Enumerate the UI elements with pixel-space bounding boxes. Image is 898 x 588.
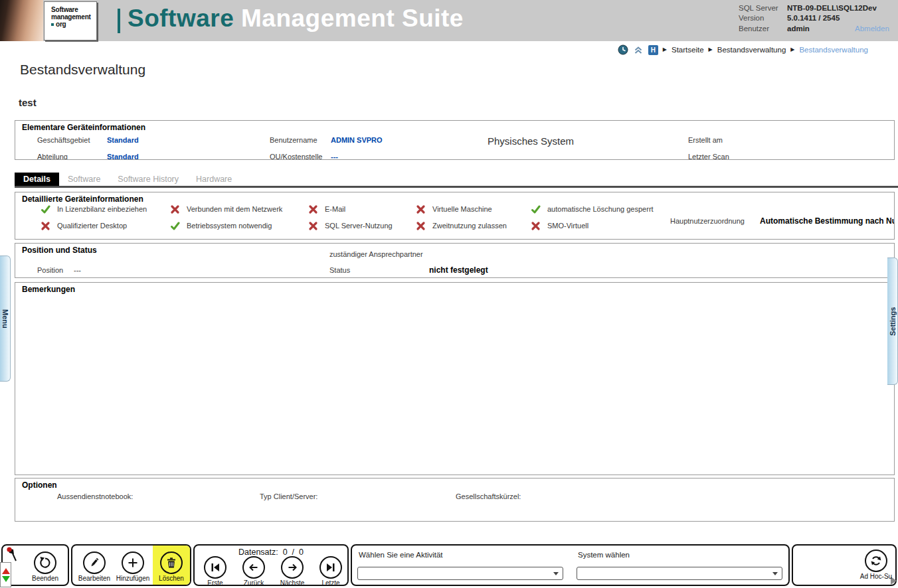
geschaeftsgebiet-label: Geschäftsgebiet <box>37 136 90 144</box>
cross-icon <box>41 221 50 231</box>
datensatz-current: 0 <box>283 548 288 557</box>
flag-sql-server-nutzung: SQL Server-Nutzung <box>308 220 393 231</box>
tab-software-history[interactable]: Software History <box>109 173 187 186</box>
version-label: Version <box>739 14 764 22</box>
flag-label: Betriebssystem notwendig <box>187 222 272 230</box>
abteilung-label: Abteilung <box>37 153 68 160</box>
aktivitaet-select[interactable] <box>357 567 563 580</box>
hauptnutzer-label: Hauptnutzerzuordnung <box>670 217 745 225</box>
breadcrumb-item-bestandsverwaltung[interactable]: Bestandsverwaltung <box>717 46 786 54</box>
ou-kostenstelle-value: --- <box>331 153 338 160</box>
flag-label: Zweitnutzung zulassen <box>432 222 507 230</box>
flag-email: E-Mail <box>308 204 345 214</box>
ou-kostenstelle-label: OU/Kostenstelle <box>270 153 322 160</box>
chevron-down-icon <box>772 572 778 575</box>
menu-side-tab[interactable]: Menu <box>0 256 11 382</box>
panel-detaillierte-geraeteinformationen: Detaillierte Geräteinformationen In Lize… <box>15 192 895 240</box>
refresh-icon <box>865 550 887 572</box>
tab-strip: Details Software Software History Hardwa… <box>15 171 240 186</box>
tab-software[interactable]: Software <box>59 173 109 186</box>
breadcrumb-item-current[interactable]: Bestandsverwaltung <box>799 46 868 54</box>
letzter-scan-label: Letzter Scan <box>688 153 729 160</box>
chevron-down-icon <box>553 572 559 575</box>
benutzername-value[interactable]: ADMIN SVPRO <box>331 136 383 144</box>
help-icon[interactable]: H <box>648 45 658 55</box>
panel-position-und-status: Position und Status zuständiger Ansprech… <box>15 243 895 278</box>
system-type: Physisches System <box>488 135 574 147</box>
panel-optionen: Optionen Aussendienstnotebook: Typ Clien… <box>15 478 895 522</box>
header-photo <box>0 0 43 41</box>
sql-server-label: SQL Server <box>739 4 778 12</box>
beenden-button[interactable]: Beenden <box>26 551 64 582</box>
datensatz-counter: Datensatz: 0 / 0 <box>195 548 347 557</box>
erste-button[interactable]: Erste <box>196 556 234 586</box>
hinzufuegen-button[interactable]: Hinzufügen <box>114 551 152 582</box>
status-label: Status <box>329 266 350 274</box>
tab-details[interactable]: Details <box>15 173 59 186</box>
page-title: Bestandsverwaltung <box>20 62 145 78</box>
skip-first-icon <box>204 556 226 579</box>
gesellschaftskuerzel-label: Gesellschaftskürzel: <box>456 492 521 500</box>
flag-label: SMO-Virtuell <box>547 222 588 230</box>
arrow-down-icon <box>2 576 10 582</box>
flag-label: SQL Server-Nutzung <box>325 222 393 230</box>
logout-link[interactable]: Abmelden <box>855 25 889 33</box>
erstellt-am-label: Erstellt am <box>688 136 723 144</box>
panel-title: Bemerkungen <box>22 285 75 294</box>
flag-qualifizierter-desktop: Qualifizierter Desktop <box>41 220 127 231</box>
flag-betriebssystem: Betriebssystem notwendig <box>170 220 272 231</box>
cross-icon <box>531 221 541 231</box>
naechste-button[interactable]: Nächste <box>273 556 312 586</box>
toolbar-splitter-handle[interactable] <box>0 562 11 587</box>
benutzer-value: admin <box>787 25 810 33</box>
flag-lizenzbilanz: In Lizenzbilanz einbeziehen <box>41 204 147 214</box>
cross-icon <box>308 204 318 214</box>
loeschen-button[interactable]: Löschen <box>152 551 191 582</box>
toolbar-group-exit: Beenden <box>1 544 69 586</box>
flag-label: Virtuelle Maschine <box>432 205 492 213</box>
cross-icon <box>416 204 426 214</box>
scroll-top-icon[interactable] <box>633 44 644 55</box>
breadcrumb-arrow-icon: ▶ <box>790 44 794 55</box>
aussendienstnotebook-label: Aussendienstnotebook: <box>57 492 133 500</box>
app-title: Software Management Suite <box>128 5 464 33</box>
tab-underline <box>15 186 898 188</box>
bearbeiten-button[interactable]: Bearbeiten <box>75 551 114 582</box>
settings-side-tab[interactable]: Settings <box>887 257 898 385</box>
letzte-button[interactable]: Letzte <box>312 556 349 586</box>
panel-title: Detaillierte Geräteinformationen <box>22 194 143 204</box>
logo-line1: Software <box>51 6 96 13</box>
arrow-left-icon <box>242 556 265 579</box>
toolbar-group-navigation: Datensatz: 0 / 0 Erste Zurück Nächste <box>193 544 349 586</box>
benutzername-label: Benutzername <box>270 136 317 144</box>
sql-server-value: NTB-09-DELL\SQL12Dev <box>787 4 877 12</box>
skip-last-icon <box>319 556 342 579</box>
plus-icon <box>122 551 144 574</box>
check-icon <box>170 221 180 231</box>
position-value: --- <box>74 266 81 274</box>
undo-icon <box>34 551 56 574</box>
panel-title: Elementare Geräteinformationen <box>22 123 145 132</box>
geschaeftsgebiet-value[interactable]: Standard <box>107 136 139 144</box>
datensatz-total: 0 <box>299 548 304 557</box>
abteilung-value[interactable]: Standard <box>107 153 139 160</box>
ad-hoc-suche-button[interactable]: Ad Hoc-Su <box>857 550 895 580</box>
toolbar-group-edit: Bearbeiten Hinzufügen Löschen <box>71 544 191 586</box>
logo-line2: management <box>51 13 96 21</box>
version-value: 5.0.1411 / 2545 <box>787 14 840 22</box>
system-select[interactable] <box>577 567 782 580</box>
tab-hardware[interactable]: Hardware <box>187 173 240 186</box>
logo-square-icon <box>51 23 54 26</box>
toolbar-group-selects: Wählen Sie eine Aktivität System wählen <box>351 544 790 586</box>
hauptnutzer-value: Automatische Bestimmung nach Nutzung <box>760 216 895 226</box>
position-label: Position <box>37 266 63 274</box>
zurueck-button[interactable]: Zurück <box>234 556 273 586</box>
arrow-up-icon <box>2 568 10 574</box>
status-value: nicht festgelegt <box>429 265 488 275</box>
breadcrumb-item-startseite[interactable]: Startseite <box>672 46 704 54</box>
cross-icon <box>308 221 318 231</box>
history-icon[interactable] <box>618 44 628 55</box>
check-icon <box>531 204 541 214</box>
pencil-icon <box>83 551 106 574</box>
panel-bemerkungen: Bemerkungen <box>15 282 895 475</box>
